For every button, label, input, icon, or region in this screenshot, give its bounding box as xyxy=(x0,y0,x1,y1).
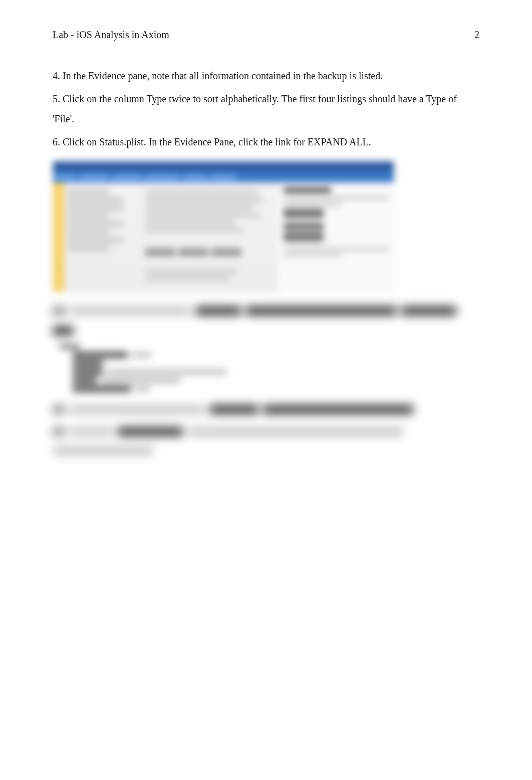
document-page: Lab - iOS Analysis in Axiom 2 4. In the … xyxy=(0,0,532,780)
step-4: 4. In the Evidence pane, note that all i… xyxy=(53,66,479,86)
page-number: 2 xyxy=(474,29,479,41)
running-title: Lab - iOS Analysis in Axiom xyxy=(53,29,169,41)
blurred-answer-9 xyxy=(53,427,479,455)
step-5: 5. Click on the column Type twice to sor… xyxy=(53,89,479,129)
step-6: 6. Click on Status.plist. In the Evidenc… xyxy=(53,132,479,152)
body-text: 4. In the Evidence pane, note that all i… xyxy=(53,66,479,152)
blurred-answer-8 xyxy=(53,405,479,414)
screenshot-status-plist xyxy=(60,343,275,392)
screenshot-axiom-evidence xyxy=(53,161,394,292)
page-header: Lab - iOS Analysis in Axiom 2 xyxy=(53,29,479,41)
blurred-answer-7 xyxy=(53,306,479,335)
bottom-whitespace xyxy=(53,469,479,584)
